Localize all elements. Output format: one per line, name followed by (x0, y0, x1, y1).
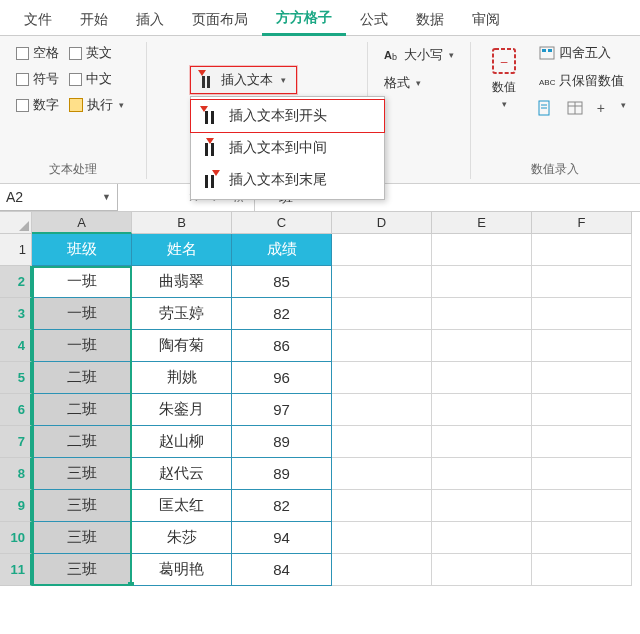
tab-insert[interactable]: 插入 (122, 6, 178, 35)
cell[interactable]: 二班 (32, 394, 132, 426)
cell[interactable]: 一班 (32, 266, 132, 298)
cell[interactable]: 姓名 (132, 234, 232, 266)
cell[interactable]: 陶有菊 (132, 330, 232, 362)
check-space[interactable]: 空格 (16, 44, 59, 62)
cell[interactable] (432, 490, 532, 522)
cell[interactable] (332, 490, 432, 522)
cell[interactable] (332, 426, 432, 458)
col-header-D[interactable]: D (332, 212, 432, 234)
cell[interactable] (532, 330, 632, 362)
cell[interactable]: 二班 (32, 426, 132, 458)
row-header[interactable]: 4 (0, 330, 32, 362)
cell[interactable]: 班级 (32, 234, 132, 266)
cell[interactable]: 赵山柳 (132, 426, 232, 458)
cell[interactable] (432, 234, 532, 266)
cell[interactable] (432, 266, 532, 298)
row-header[interactable]: 6 (0, 394, 32, 426)
cell[interactable]: 96 (232, 362, 332, 394)
tab-fangfang[interactable]: 方方格子 (262, 4, 346, 36)
col-header-E[interactable]: E (432, 212, 532, 234)
execute-button[interactable]: 执行▾ (69, 96, 124, 114)
tab-layout[interactable]: 页面布局 (178, 6, 262, 35)
row-header[interactable]: 5 (0, 362, 32, 394)
cell[interactable] (532, 554, 632, 586)
cell[interactable]: 89 (232, 426, 332, 458)
menu-insert-middle[interactable]: 插入文本到中间 (191, 132, 384, 164)
cell[interactable]: 86 (232, 330, 332, 362)
tab-data[interactable]: 数据 (402, 6, 458, 35)
keep-numeric-button[interactable]: ABC 只保留数值 (533, 70, 630, 92)
cell[interactable]: 三班 (32, 522, 132, 554)
row-header[interactable]: 8 (0, 458, 32, 490)
cell[interactable]: 荆姚 (132, 362, 232, 394)
cell[interactable]: 三班 (32, 490, 132, 522)
doc-icon[interactable] (537, 100, 553, 116)
cell[interactable] (532, 490, 632, 522)
cell[interactable] (332, 234, 432, 266)
cell[interactable] (332, 362, 432, 394)
cell[interactable] (532, 362, 632, 394)
cell[interactable]: 三班 (32, 554, 132, 586)
tab-file[interactable]: 文件 (10, 6, 66, 35)
table-icon[interactable] (567, 100, 583, 116)
check-chinese[interactable]: 中文 (69, 70, 124, 88)
cell[interactable] (332, 554, 432, 586)
cell[interactable] (432, 298, 532, 330)
cell[interactable] (332, 394, 432, 426)
round-button[interactable]: 四舍五入 (533, 42, 630, 64)
cell[interactable]: 82 (232, 298, 332, 330)
cell[interactable]: 朱銮月 (132, 394, 232, 426)
cell[interactable] (532, 298, 632, 330)
cell[interactable] (532, 266, 632, 298)
cell[interactable] (332, 298, 432, 330)
row-header[interactable]: 9 (0, 490, 32, 522)
numeric-button[interactable]: – 数值 ▾ (481, 42, 527, 158)
cell[interactable] (432, 458, 532, 490)
cell[interactable]: 劳玉婷 (132, 298, 232, 330)
cell[interactable] (532, 234, 632, 266)
cell[interactable]: 89 (232, 458, 332, 490)
check-number[interactable]: 数字 (16, 96, 59, 114)
cell[interactable] (332, 266, 432, 298)
row-header[interactable]: 10 (0, 522, 32, 554)
cell[interactable] (532, 426, 632, 458)
cell[interactable]: 三班 (32, 458, 132, 490)
cell[interactable]: 97 (232, 394, 332, 426)
row-header[interactable]: 7 (0, 426, 32, 458)
row-header[interactable]: 3 (0, 298, 32, 330)
cell[interactable]: 赵代云 (132, 458, 232, 490)
cell[interactable]: 匡太红 (132, 490, 232, 522)
check-english[interactable]: 英文 (69, 44, 124, 62)
cell[interactable] (432, 426, 532, 458)
tab-formula[interactable]: 公式 (346, 6, 402, 35)
cell[interactable] (432, 522, 532, 554)
cell[interactable]: 一班 (32, 298, 132, 330)
case-button[interactable]: Ab 大小写▾ (378, 44, 460, 66)
cell[interactable] (332, 522, 432, 554)
col-header-B[interactable]: B (132, 212, 232, 234)
plus-icon[interactable]: + (597, 100, 605, 116)
cell[interactable]: 84 (232, 554, 332, 586)
select-all-button[interactable] (0, 212, 32, 234)
menu-insert-end[interactable]: 插入文本到末尾 (191, 164, 384, 196)
cell[interactable] (432, 394, 532, 426)
cell[interactable] (532, 458, 632, 490)
format-button[interactable]: 格式▾ (378, 72, 460, 94)
insert-text-button[interactable]: 插入文本 ▾ (190, 66, 297, 94)
row-header[interactable]: 11 (0, 554, 32, 586)
cell[interactable]: 一班 (32, 330, 132, 362)
cell[interactable] (432, 330, 532, 362)
name-box[interactable]: A2 ▼ (0, 184, 118, 211)
cell[interactable] (432, 362, 532, 394)
row-header[interactable]: 1 (0, 234, 32, 266)
tab-review[interactable]: 审阅 (458, 6, 514, 35)
cell[interactable] (332, 458, 432, 490)
cell[interactable] (532, 522, 632, 554)
cell[interactable]: 曲翡翠 (132, 266, 232, 298)
row-header[interactable]: 2 (0, 266, 32, 298)
col-header-C[interactable]: C (232, 212, 332, 234)
check-symbol[interactable]: 符号 (16, 70, 59, 88)
cell[interactable] (432, 554, 532, 586)
cell[interactable]: 成绩 (232, 234, 332, 266)
col-header-F[interactable]: F (532, 212, 632, 234)
